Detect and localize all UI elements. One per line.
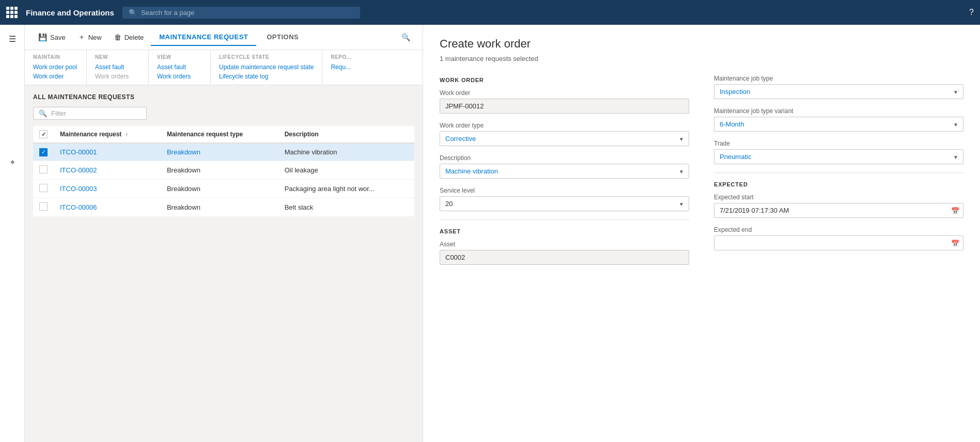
description-select[interactable]: Machine vibration Oil leakage Belt slack	[440, 164, 689, 179]
header-description[interactable]: Description	[278, 126, 414, 143]
expected-start-label: Expected start	[714, 194, 963, 201]
section-title: ALL MAINTENANCE REQUESTS	[33, 93, 134, 101]
new-button[interactable]: ＋ New	[73, 29, 107, 45]
panel-subtitle: 1 maintenance requests selected	[440, 55, 963, 62]
delete-button[interactable]: 🗑 Delete	[109, 30, 149, 44]
work-order-link[interactable]: Work order	[33, 72, 78, 81]
maintenance-requests-table: ✓ Maintenance request ↑ Maintenance requ…	[33, 126, 414, 217]
asset-input[interactable]	[440, 250, 689, 265]
work-order-field: Work order	[440, 89, 689, 114]
save-icon: 💾	[38, 33, 47, 41]
panel-title: Create work order	[440, 37, 963, 51]
row-description-cell: Oil leakage	[278, 161, 414, 179]
maint-job-type-variant-field: Maintenance job type variant 6-Month 3-M…	[714, 107, 963, 132]
header-checkbox[interactable]: ✓	[39, 130, 48, 138]
maint-job-type-select[interactable]: Inspection Preventive Corrective	[714, 84, 963, 99]
expected-section-label: EXPECTED	[714, 181, 963, 187]
apps-menu-icon[interactable]	[6, 7, 18, 18]
work-order-input[interactable]	[440, 99, 689, 114]
table-row[interactable]: ITCO-00002 Breakdown Oil leakage	[33, 161, 414, 179]
tab-maintenance-request[interactable]: MAINTENANCE REQUEST	[151, 29, 256, 46]
row-check-cell	[33, 161, 54, 179]
work-orders-view-link[interactable]: Work orders	[157, 72, 202, 81]
filter-box[interactable]: 🔍	[33, 107, 147, 120]
header-maintenance-request[interactable]: Maintenance request ↑	[54, 126, 161, 143]
service-level-select[interactable]: 10 20 30 40	[440, 196, 689, 211]
new-group-label: NEW	[95, 54, 140, 60]
expected-end-label: Expected end	[714, 226, 963, 233]
expected-end-wrapper: 📅	[714, 235, 963, 250]
header-check-col: ✓	[33, 126, 54, 143]
row-type-cell[interactable]: Breakdown	[161, 179, 278, 198]
update-state-link[interactable]: Update maintenance request state	[219, 63, 314, 71]
filter-search-icon: 🔍	[39, 109, 47, 117]
maint-job-type-variant-wrapper: 6-Month 3-Month Annual ▼	[714, 117, 963, 132]
row-type-cell[interactable]: Breakdown	[161, 161, 278, 179]
report-group-label: REPO...	[331, 54, 376, 60]
row-checkbox[interactable]	[39, 184, 48, 192]
delete-icon: 🗑	[114, 33, 121, 41]
row-id-cell[interactable]: ITCO-00003	[54, 179, 161, 198]
trade-field: Trade Pneumatic Electrical Mechanical ▼	[714, 140, 963, 164]
maint-job-type-field: Maintenance job type Inspection Preventi…	[714, 75, 963, 99]
row-checkbox[interactable]	[39, 165, 48, 173]
divider-expected	[714, 172, 963, 173]
maint-job-type-variant-select[interactable]: 6-Month 3-Month Annual	[714, 117, 963, 132]
requ-link[interactable]: Requ...	[331, 63, 376, 71]
row-check-cell	[33, 179, 54, 198]
hamburger-menu-icon[interactable]: ☰	[4, 29, 21, 49]
lifecycle-group-items: Update maintenance request state Lifecyc…	[219, 63, 314, 81]
command-group-lifecycle: LIFECYCLE STATE Update maintenance reque…	[211, 50, 322, 85]
delete-label: Delete	[125, 34, 144, 41]
lifecycle-log-link[interactable]: Lifecycle state log	[219, 72, 314, 81]
asset-fault-view-link[interactable]: Asset fault	[157, 63, 202, 71]
left-panel: 💾 Save ＋ New 🗑 Delete MAINTENANCE REQUES…	[25, 25, 423, 442]
top-nav-right: ?	[969, 8, 974, 17]
expected-end-input[interactable]	[714, 235, 963, 250]
help-icon[interactable]: ?	[969, 8, 974, 17]
right-panel: Create work order 1 maintenance requests…	[423, 25, 980, 442]
main-layout: ☰ ⌖ 💾 Save ＋ New 🗑 Delete MAINTENANCE RE…	[0, 25, 980, 442]
search-box[interactable]: 🔍	[122, 7, 360, 19]
table-row[interactable]: ✓ ITCO-00001 Breakdown Machine vibration	[33, 143, 414, 161]
work-order-type-wrapper: Corrective Preventive Inspection ▼	[440, 131, 689, 146]
save-button[interactable]: 💾 Save	[33, 30, 71, 44]
divider-asset	[440, 219, 689, 220]
trade-select[interactable]: Pneumatic Electrical Mechanical	[714, 149, 963, 164]
asset-field: Asset	[440, 241, 689, 265]
asset-section-label: ASSET	[440, 228, 689, 234]
row-checkbox[interactable]: ✓	[39, 148, 48, 156]
report-group-items: Requ...	[331, 63, 376, 71]
tab-options[interactable]: OPTIONS	[258, 29, 307, 46]
row-id-cell[interactable]: ITCO-00006	[54, 198, 161, 216]
row-checkbox[interactable]	[39, 202, 48, 211]
header-type[interactable]: Maintenance request type	[161, 126, 278, 143]
asset-fault-link[interactable]: Asset fault	[95, 63, 140, 71]
work-order-type-field: Work order type Corrective Preventive In…	[440, 122, 689, 146]
new-label: New	[88, 34, 102, 41]
work-order-pool-link[interactable]: Work order pool	[33, 63, 78, 71]
form-left-col: WORK ORDER Work order Work order type Co…	[440, 75, 689, 273]
filter-sidebar-icon[interactable]: ⌖	[5, 152, 20, 172]
maint-job-type-label: Maintenance job type	[714, 75, 963, 82]
maint-job-type-wrapper: Inspection Preventive Corrective ▼	[714, 84, 963, 99]
new-icon: ＋	[78, 33, 85, 42]
work-order-type-select[interactable]: Corrective Preventive Inspection	[440, 131, 689, 146]
search-icon: 🔍	[129, 9, 137, 17]
row-check-cell	[33, 198, 54, 216]
row-type-cell[interactable]: Breakdown	[161, 198, 278, 216]
search-input[interactable]	[141, 9, 354, 17]
view-group-label: VIEW	[157, 54, 202, 60]
row-description-cell: Belt slack	[278, 198, 414, 216]
row-id-cell[interactable]: ITCO-00001	[54, 143, 161, 161]
row-id-cell[interactable]: ITCO-00002	[54, 161, 161, 179]
table-row[interactable]: ITCO-00006 Breakdown Belt slack	[33, 198, 414, 216]
expected-end-field: Expected end 📅	[714, 226, 963, 250]
toolbar-search-icon[interactable]: 🔍	[397, 29, 414, 45]
table-row[interactable]: ITCO-00003 Breakdown Packaging area ligh…	[33, 179, 414, 198]
expected-start-input[interactable]	[714, 203, 963, 218]
filter-input[interactable]	[51, 109, 141, 117]
row-type-cell[interactable]: Breakdown	[161, 143, 278, 161]
section-header: ALL MAINTENANCE REQUESTS	[33, 93, 414, 101]
table-wrapper: ✓ Maintenance request ↑ Maintenance requ…	[33, 126, 414, 434]
